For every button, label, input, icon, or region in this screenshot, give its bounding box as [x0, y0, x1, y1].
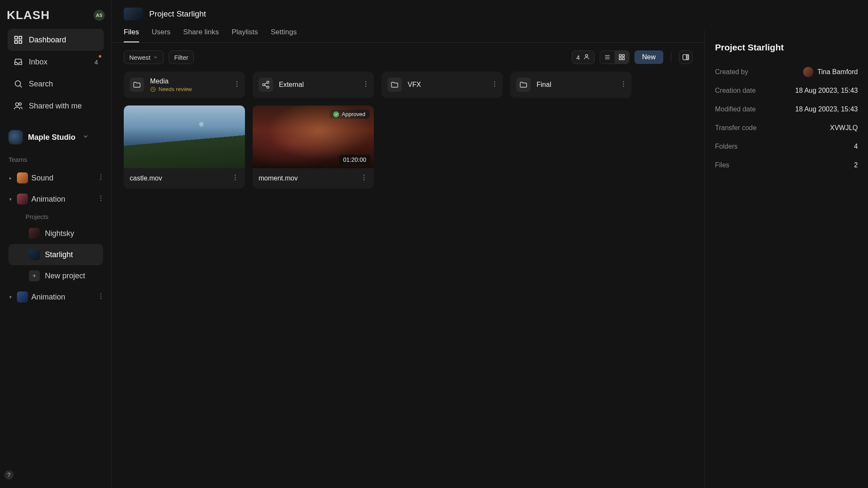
tab-files[interactable]: Files	[124, 28, 139, 42]
team-avatar	[17, 172, 28, 183]
project-nightsky[interactable]: Nightsky	[8, 223, 103, 244]
tab-playlists[interactable]: Playlists	[231, 28, 258, 42]
chevron-down-icon[interactable]: ▾	[8, 294, 14, 300]
svg-point-38	[623, 86, 624, 86]
details-panel-toggle[interactable]	[679, 50, 693, 64]
app-logo: KLASH	[7, 8, 50, 22]
share-icon	[259, 78, 273, 92]
folder-more-button[interactable]	[620, 80, 627, 90]
folder-vfx[interactable]: VFX	[381, 72, 503, 98]
file-name: castle.mov	[130, 175, 162, 182]
new-button[interactable]: New	[634, 50, 663, 64]
svg-point-30	[365, 81, 366, 82]
sort-label: Newest	[129, 54, 150, 61]
team-sound[interactable]: ▸ Sound	[3, 167, 109, 189]
svg-point-14	[100, 295, 101, 296]
sort-dropdown[interactable]: Newest	[124, 50, 164, 64]
inbox-unread-dot	[99, 55, 101, 58]
svg-rect-19	[619, 58, 621, 60]
detail-key: Created by	[715, 68, 748, 76]
folder-more-button[interactable]	[362, 80, 370, 90]
user-avatar[interactable]: AS	[94, 10, 105, 21]
svg-point-5	[16, 103, 19, 106]
detail-key: Modified date	[715, 105, 756, 113]
tab-share-links[interactable]: Share links	[183, 28, 219, 42]
svg-point-31	[365, 83, 366, 84]
svg-rect-1	[19, 36, 22, 39]
svg-point-33	[494, 81, 495, 82]
member-count-button[interactable]: 4	[572, 50, 595, 64]
svg-point-39	[235, 175, 236, 176]
folder-icon	[516, 78, 531, 92]
detail-key: Transfer code	[715, 124, 757, 132]
check-icon	[333, 111, 339, 117]
member-count: 4	[576, 54, 580, 61]
detail-value: 2	[854, 161, 858, 169]
tab-users[interactable]: Users	[152, 28, 170, 42]
svg-point-11	[100, 197, 101, 198]
project-starlight[interactable]: Starlight	[8, 244, 103, 265]
svg-point-12	[100, 200, 101, 201]
help-button[interactable]: ?	[4, 470, 14, 480]
nav-search[interactable]: Search	[8, 73, 104, 95]
team-animation-2[interactable]: ▾ Animation	[3, 286, 109, 308]
file-castle[interactable]: v2 01:20:00 castle.mov	[124, 105, 245, 189]
file-more-button[interactable]	[231, 174, 239, 183]
file-thumbnail: Approved 01:20:00	[253, 105, 374, 168]
svg-point-13	[100, 293, 101, 294]
teams-heading: Teams	[0, 147, 111, 167]
folder-final[interactable]: Final	[510, 72, 632, 98]
svg-point-9	[100, 179, 101, 180]
svg-rect-0	[15, 36, 17, 39]
folder-status: Needs review	[159, 86, 192, 92]
folder-external[interactable]: External	[253, 72, 374, 98]
users-icon	[14, 101, 23, 111]
svg-point-26	[236, 86, 237, 86]
svg-rect-20	[622, 58, 624, 60]
chevron-right-icon[interactable]: ▸	[8, 175, 14, 181]
team-animation[interactable]: ▾ Animation	[3, 189, 109, 210]
folder-more-button[interactable]	[233, 80, 241, 90]
svg-point-4	[15, 81, 21, 86]
team-avatar	[17, 291, 28, 302]
filter-button[interactable]: Filter	[169, 50, 194, 64]
view-list-button[interactable]	[600, 51, 615, 64]
svg-point-43	[364, 177, 364, 178]
chevron-down-icon[interactable]: ▾	[8, 197, 14, 202]
team-more-button[interactable]	[97, 194, 105, 204]
workspace-name: Maple Studio	[28, 133, 75, 142]
projects-heading: Projects	[3, 210, 109, 223]
detail-key: Folders	[715, 143, 737, 150]
inbox-count-value: 4	[95, 58, 98, 66]
team-more-button[interactable]	[97, 292, 105, 302]
detail-value: 4	[854, 143, 858, 150]
detail-value: 18 Aug 20023, 15:43	[795, 87, 858, 94]
details-title: Project Starlight	[715, 42, 858, 53]
detail-modified-date: Modified date 18 Aug 20023, 15:43	[715, 100, 858, 119]
chevron-down-icon	[82, 133, 89, 142]
tab-settings[interactable]: Settings	[271, 28, 297, 42]
nav-dashboard-label: Dashboard	[29, 36, 66, 44]
folder-icon	[130, 78, 144, 92]
folder-icon	[387, 78, 402, 92]
team-more-button[interactable]	[97, 173, 105, 183]
svg-point-16	[585, 54, 587, 56]
project-label: Starlight	[45, 250, 73, 259]
dashboard-icon	[14, 35, 23, 44]
folder-more-button[interactable]	[491, 80, 498, 90]
new-project-button[interactable]: New project	[8, 265, 103, 286]
folder-media[interactable]: Media Needs review	[124, 72, 245, 98]
workspace-switcher[interactable]: Maple Studio	[0, 128, 111, 147]
file-version-badge: v2	[197, 156, 210, 163]
file-duration: 01:20:00	[343, 156, 367, 163]
view-mode-toggle	[600, 50, 629, 64]
svg-point-8	[100, 176, 101, 177]
user-icon	[583, 53, 590, 61]
file-moment[interactable]: Approved 01:20:00 moment.mov	[253, 105, 374, 189]
nav-shared[interactable]: Shared with me	[8, 95, 104, 117]
file-more-button[interactable]	[360, 174, 368, 183]
view-grid-button[interactable]	[615, 51, 629, 64]
nav-dashboard[interactable]: Dashboard	[8, 29, 104, 51]
nav-inbox[interactable]: Inbox 4	[8, 51, 104, 73]
detail-files: Files 2	[715, 156, 858, 175]
